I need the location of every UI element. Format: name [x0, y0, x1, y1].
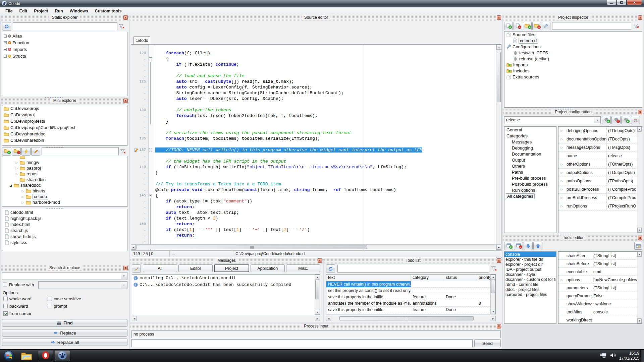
close-button[interactable]: x	[627, 0, 642, 5]
tool-grid-row[interactable]: toolAliasconsole	[558, 308, 642, 316]
config-category[interactable]: Others	[504, 163, 556, 169]
menu-custom-tools[interactable]: Custom tools	[92, 9, 125, 13]
fold-gutter[interactable]	[149, 204, 154, 210]
close-panel-icon[interactable]: x	[318, 258, 322, 263]
code-line[interactable]: 120 foreach(f; files)	[131, 50, 496, 56]
edit-button[interactable]	[31, 147, 40, 156]
todo-row[interactable]: set this property as const() to set it r…	[326, 288, 495, 294]
chevron-down-icon[interactable]: ▼	[121, 282, 127, 288]
remove-config-button[interactable]: –	[611, 116, 621, 124]
config-grid-row[interactable]: ▷otherOptions(TOtherOpts)	[558, 160, 642, 169]
fold-gutter[interactable]	[149, 233, 154, 238]
sync-config-button[interactable]	[631, 116, 640, 124]
fold-gutter[interactable]	[149, 227, 154, 233]
fold-gutter[interactable]	[149, 62, 154, 67]
tab-cetodo[interactable]: cetodo	[133, 36, 150, 45]
explorer-taskbar-icon[interactable]	[21, 351, 32, 362]
replace-with-checkbox[interactable]	[3, 283, 7, 287]
tool-item[interactable]: harbored - project files	[504, 292, 556, 297]
static-tree-item[interactable]: Structs	[2, 53, 127, 59]
find-button[interactable]: Find	[2, 319, 127, 327]
close-panel-icon[interactable]: x	[123, 99, 128, 103]
config-grid-scrollbar[interactable]: ▲ ▼	[637, 127, 642, 233]
code-line[interactable]: 130 // analyze the tokens	[131, 107, 496, 113]
shell-open-button[interactable]	[21, 147, 31, 156]
fold-gutter[interactable]	[149, 67, 154, 73]
config-grid-row[interactable]: ▷runOptions(TProjectRunO	[558, 202, 642, 210]
inspector-item[interactable]: Imports	[504, 62, 642, 68]
menu-edit[interactable]: Edit	[16, 9, 31, 13]
fold-gutter[interactable]	[149, 216, 154, 221]
inspector-item[interactable]: Extra sources	[504, 74, 642, 80]
tool-grid-row[interactable]: workingDirect	[558, 316, 642, 324]
tool-item[interactable]: ddoc - project files	[504, 287, 556, 292]
folder-tree-item[interactable]: sharedbin	[2, 177, 127, 182]
option-backward[interactable]: backward	[3, 304, 28, 309]
folder-tree-item[interactable]: ▷mingw	[2, 160, 127, 165]
fold-gutter[interactable]	[149, 45, 154, 50]
process-input-field[interactable]	[131, 339, 473, 347]
replace-button[interactable]: Replace	[2, 329, 127, 337]
fold-gutter[interactable]	[149, 238, 154, 244]
add-folder-button[interactable]: +	[523, 22, 532, 30]
code-line[interactable]: 150 return;	[131, 221, 496, 227]
code-line[interactable]: ./// Try to transforms a Token into a a …	[131, 181, 496, 187]
expand-icon[interactable]	[4, 55, 7, 58]
fold-gutter[interactable]	[149, 181, 154, 187]
expander-icon[interactable]: ▷	[558, 146, 565, 149]
add-favorite-button[interactable]: +	[2, 147, 11, 156]
todo-column-category[interactable]: category	[411, 275, 444, 281]
option-whole-word[interactable]: whole word	[3, 296, 32, 301]
messages-tab-application[interactable]: Application	[251, 264, 285, 272]
tool-item[interactable]: explorer - project dir	[504, 262, 556, 267]
message-item[interactable]: icompiling C:\...\cetodo\cetodo.coedit	[132, 275, 320, 281]
menu-windows[interactable]: Windows	[66, 9, 92, 13]
config-category[interactable]: Run options	[504, 187, 556, 193]
static-tree-item[interactable]: Function	[2, 40, 127, 46]
folder-tree-item[interactable]	[2, 156, 127, 160]
close-panel-icon[interactable]: x	[497, 15, 501, 20]
show-desktop-button[interactable]	[640, 350, 644, 362]
tool-item[interactable]: console	[504, 252, 556, 257]
fold-gutter[interactable]	[149, 73, 154, 79]
tool-grid-row[interactable]: queryParametFalse	[558, 292, 642, 300]
option-prompt[interactable]: prompt	[48, 304, 67, 309]
inspector-filter-input[interactable]	[552, 22, 631, 30]
add-tool-button[interactable]: +	[504, 242, 513, 250]
option-from-cursor[interactable]: from cursor	[3, 311, 32, 316]
filter-icon[interactable]	[120, 148, 126, 154]
favorite-item[interactable]: C:\Dev\ceprojs	[2, 105, 127, 112]
todo-filter-input[interactable]	[337, 265, 489, 273]
remove-tool-button[interactable]: –	[514, 242, 523, 250]
messages-tab-all[interactable]: All	[143, 264, 177, 272]
option-case-sensitive[interactable]: case sensitive	[48, 296, 81, 301]
code-line[interactable]: . // the widget has the LFM script in th…	[131, 159, 496, 164]
editor-horizontal-scrollbar[interactable]: ◀ ▶	[131, 244, 501, 249]
code-line[interactable]: .	[131, 124, 496, 130]
code-line[interactable]: . if (text.length < 3)	[131, 216, 496, 221]
config-grid-row[interactable]: ▷preBuildProcess(TCompileProc	[558, 194, 642, 202]
config-category[interactable]: Post-build process	[504, 181, 556, 187]
fold-gutter[interactable]	[149, 119, 154, 124]
filter-icon[interactable]	[633, 23, 639, 28]
folder-tree-item[interactable]: ▷repos	[2, 171, 127, 177]
fold-gutter[interactable]	[149, 79, 154, 84]
fold-gutter[interactable]	[149, 170, 154, 176]
code-line[interactable]: . foreach(tok; lexer) token2TodoItem(tok…	[131, 113, 496, 119]
code-line[interactable]: . }	[131, 119, 496, 124]
messages-vertical-scrollbar[interactable]: ▲ ▼	[315, 275, 320, 315]
code-line[interactable]: . {	[131, 56, 496, 62]
fold-gutter[interactable]	[149, 187, 154, 193]
expander-icon[interactable]: ▷	[558, 196, 565, 199]
config-category[interactable]: Messages	[504, 139, 556, 145]
favorite-item[interactable]: C:\Dev\shareddoc	[2, 131, 127, 137]
code-line[interactable]: . if (atok.type != (tok!"comment"))	[131, 198, 496, 204]
code-line[interactable]: .	[131, 141, 496, 147]
fold-gutter[interactable]	[149, 210, 154, 216]
close-panel-icon[interactable]: x	[497, 324, 501, 328]
file-item[interactable]: index.html	[2, 221, 127, 227]
fold-gutter[interactable]	[149, 84, 154, 90]
code-line[interactable]: 137 //TODO: NEVER call writeln() in this…	[131, 147, 496, 153]
filter-icon[interactable]	[119, 23, 125, 29]
code-line[interactable]: .@safe private void token2TodoItem(const…	[131, 187, 496, 193]
